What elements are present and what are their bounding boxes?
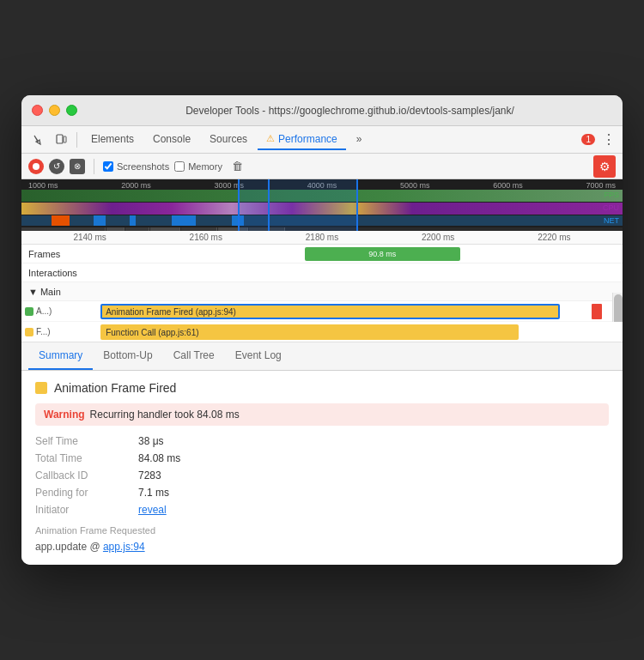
device-icon[interactable] [51, 130, 71, 150]
warning-label: Warning [44, 409, 85, 421]
window-title: Developer Tools - https://googlechrome.g… [88, 105, 612, 117]
interactions-content [97, 263, 616, 282]
detail-tick-1: 2140 ms [73, 233, 106, 242]
flame-label-col-1: A...) [21, 306, 90, 316]
tab-sources[interactable]: Sources [201, 130, 256, 150]
tab-nav: Elements Console Sources ⚠ Performance »… [21, 126, 623, 154]
detail-tick-3: 2180 ms [306, 233, 338, 242]
detail-tick-4: 2200 ms [422, 233, 454, 242]
flame-chart: A...) Animation Frame Fired (app.js:94) … [21, 301, 623, 342]
pending-for-row: Pending for 7.1 ms [35, 484, 609, 501]
tab-elements[interactable]: Elements [82, 130, 143, 150]
flame-bar-2[interactable]: Function Call (app.js:61) [100, 324, 518, 340]
detail-title: Animation Frame Fired [54, 381, 176, 395]
tick-2: 2000 ms [121, 181, 151, 190]
record-button[interactable] [28, 159, 44, 174]
minimize-button[interactable] [49, 105, 60, 116]
memory-checkbox[interactable] [174, 161, 185, 172]
initiator-row: Initiator reveal [35, 501, 609, 518]
flame-color-2 [25, 328, 33, 336]
initiator-key: Initiator [35, 504, 138, 516]
self-time-val: 38 μs [138, 435, 164, 447]
net-label: NET [604, 216, 619, 225]
memory-label: Memory [188, 161, 222, 172]
flame-bar-end-marker [592, 304, 602, 319]
screenshots-label: Screenshots [117, 161, 169, 172]
tab-summary[interactable]: Summary [28, 342, 93, 370]
detail-title-row: Animation Frame Fired [35, 381, 609, 395]
flame-label-col-2: F...) [21, 327, 90, 336]
memory-checkbox-row: Memory [174, 161, 222, 172]
details-panel: Animation Frame Fired Warning Recurring … [21, 371, 623, 565]
tab-performance[interactable]: ⚠ Performance [258, 130, 346, 150]
tick-5: 5000 ms [400, 181, 430, 190]
call-link[interactable]: app.js:94 [103, 541, 145, 553]
flame-label-text-2: F...) [36, 327, 51, 336]
tab-more[interactable]: » [348, 130, 371, 150]
self-time-key: Self Time [35, 435, 138, 447]
reload-button[interactable]: ↺ [49, 159, 64, 174]
flame-row-2[interactable]: F...) Function Call (app.js:61) [21, 322, 623, 342]
devtools-window: Developer Tools - https://googlechrome.g… [21, 95, 623, 565]
call-entry: app.update @ app.js:94 [35, 539, 609, 554]
total-time-val: 84.08 ms [138, 452, 180, 464]
title-bar: Developer Tools - https://googlechrome.g… [21, 95, 623, 126]
tab-console[interactable]: Console [144, 130, 199, 150]
screenshots-checkbox[interactable] [103, 161, 113, 172]
callback-id-key: Callback ID [35, 469, 138, 481]
inspect-icon[interactable] [28, 130, 49, 150]
warning-row: Warning Recurring handler took 84.08 ms [35, 403, 609, 426]
pending-for-val: 7.1 ms [138, 487, 169, 499]
frame-bar: 90.8 ms [305, 247, 460, 261]
timeline-overview[interactable]: 1000 ms 2000 ms 3000 ms 4000 ms 5000 ms … [21, 179, 623, 231]
separator [76, 132, 77, 148]
more-menu[interactable]: ⋮ [602, 131, 616, 148]
flame-bar-1[interactable]: Animation Frame Fired (app.js:94) [100, 304, 560, 319]
bottom-tabs: Summary Bottom-Up Call Tree Event Log [21, 342, 623, 371]
warning-message: Recurring handler took 84.08 ms [90, 409, 240, 421]
flame-label-text-1: A...) [36, 306, 52, 316]
total-time-row: Total Time 84.08 ms [35, 450, 609, 467]
clear-button[interactable]: ⊗ [70, 159, 85, 174]
self-time-row: Self Time 38 μs [35, 433, 609, 450]
gear-icon: ⚙ [599, 160, 611, 173]
frames-content: 90.8 ms [97, 245, 616, 263]
tick-7: 7000 ms [586, 181, 616, 190]
trash-icon[interactable]: 🗑 [228, 156, 248, 177]
selection-range[interactable] [238, 179, 358, 231]
detail-ruler: 2140 ms 2160 ms 2180 ms 2200 ms 2220 ms [21, 231, 623, 245]
flame-bar-col-2: Function Call (app.js:61) [90, 322, 612, 342]
call-text: app.update @ [35, 541, 103, 553]
frames-label: Frames [28, 249, 97, 259]
warning-icon: ⚠ [266, 133, 275, 144]
svg-rect-1 [64, 136, 66, 142]
main-section-header[interactable]: ▼ Main [21, 282, 623, 301]
close-button[interactable] [32, 105, 43, 116]
interactions-track: Interactions [21, 263, 623, 282]
tab-event-log[interactable]: Event Log [225, 342, 292, 370]
tab-bottom-up[interactable]: Bottom-Up [93, 342, 162, 370]
timeline-detail[interactable]: 2140 ms 2160 ms 2180 ms 2200 ms 2220 ms … [21, 231, 623, 342]
error-badge: 1 [581, 134, 595, 145]
selection-line [268, 179, 270, 231]
maximize-button[interactable] [66, 105, 77, 116]
initiator-link[interactable]: reveal [138, 504, 167, 516]
tab-call-tree[interactable]: Call Tree [163, 342, 225, 370]
callback-id-val: 7283 [138, 469, 161, 481]
svg-rect-0 [57, 135, 63, 143]
settings-button[interactable]: ⚙ [593, 155, 616, 178]
separator2 [94, 159, 94, 174]
pending-for-key: Pending for [35, 487, 138, 499]
cpu-label: CPU [603, 203, 619, 212]
anim-frame-header: Animation Frame Requested [35, 525, 609, 536]
detail-color-box [35, 382, 47, 394]
total-time-key: Total Time [35, 452, 138, 464]
svg-point-2 [33, 163, 39, 170]
frames-track: Frames 90.8 ms [21, 245, 623, 263]
controls-bar: ↺ ⊗ Screenshots Memory 🗑 ⚙ [21, 154, 623, 179]
detail-tick-5: 2220 ms [538, 233, 570, 242]
flame-color-1 [25, 307, 33, 316]
flame-row-1[interactable]: A...) Animation Frame Fired (app.js:94) [21, 301, 623, 322]
detail-tick-2: 2160 ms [190, 233, 222, 242]
tick-1: 1000 ms [28, 181, 58, 190]
